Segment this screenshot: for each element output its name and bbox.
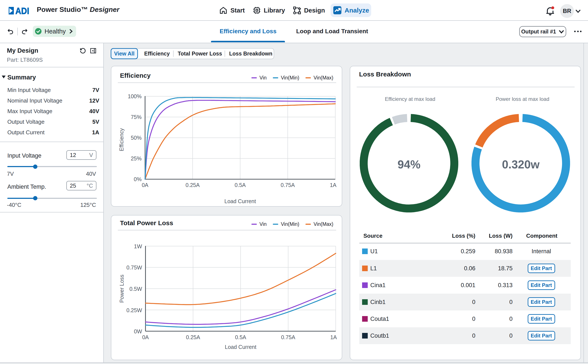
svg-text:0.25A: 0.25A bbox=[186, 182, 200, 188]
svg-text:0%: 0% bbox=[134, 176, 142, 182]
svg-text:0.5A: 0.5A bbox=[235, 334, 246, 340]
svg-text:0.320w: 0.320w bbox=[502, 158, 540, 171]
svg-text:94%: 94% bbox=[398, 158, 421, 171]
svg-text:50%: 50% bbox=[131, 135, 142, 141]
svg-text:0.25A: 0.25A bbox=[186, 334, 200, 340]
svg-text:0.5A: 0.5A bbox=[234, 182, 246, 188]
svg-text:1A: 1A bbox=[330, 334, 337, 340]
svg-text:0.75A: 0.75A bbox=[281, 182, 295, 188]
svg-text:0.75W: 0.75W bbox=[127, 265, 142, 271]
svg-text:0W: 0W bbox=[134, 328, 142, 334]
svg-text:0.75A: 0.75A bbox=[281, 334, 295, 340]
svg-text:0.5W: 0.5W bbox=[129, 286, 142, 292]
svg-text:Power Loss: Power Loss bbox=[119, 275, 125, 303]
svg-text:0.25W: 0.25W bbox=[127, 307, 142, 313]
svg-text:100%: 100% bbox=[128, 93, 142, 99]
svg-text:ADI: ADI bbox=[15, 7, 29, 14]
svg-text:0A: 0A bbox=[142, 182, 148, 188]
svg-text:75%: 75% bbox=[131, 114, 142, 120]
svg-text:1A: 1A bbox=[330, 182, 337, 188]
svg-text:Efficiency: Efficiency bbox=[119, 128, 125, 151]
svg-text:Load Current: Load Current bbox=[224, 198, 256, 204]
svg-text:1W: 1W bbox=[134, 243, 142, 249]
svg-text:Load Current: Load Current bbox=[225, 344, 256, 350]
svg-text:0A: 0A bbox=[142, 334, 149, 340]
svg-text:25%: 25% bbox=[131, 156, 142, 162]
